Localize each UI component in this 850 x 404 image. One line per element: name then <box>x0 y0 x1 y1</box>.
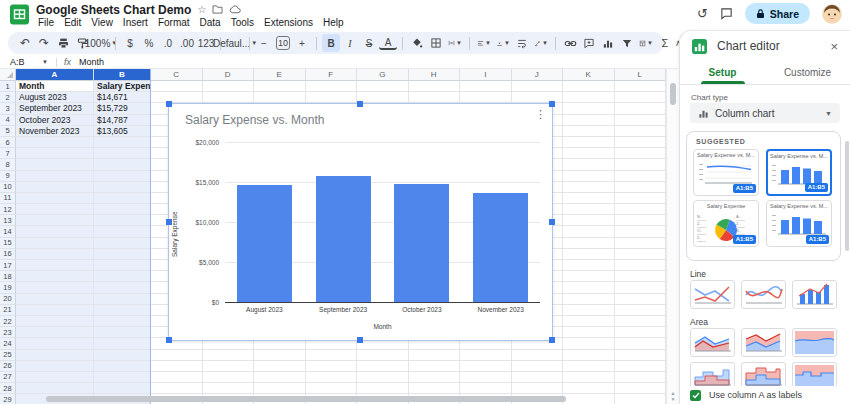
cell-K1[interactable] <box>563 81 615 92</box>
cell-A4[interactable]: October 2023 <box>16 115 94 126</box>
redo-button[interactable]: ↷ <box>35 34 53 52</box>
row-header-27[interactable]: 27 <box>0 372 16 383</box>
scrollbar-arrows[interactable]: ▲▼ <box>669 390 677 402</box>
menu-format[interactable]: Format <box>153 16 195 29</box>
cell-K25[interactable] <box>563 350 615 361</box>
cell-J2[interactable] <box>512 92 564 103</box>
horizontal-align-button[interactable]: ▼ <box>475 34 493 52</box>
cell-C25[interactable] <box>151 350 203 361</box>
version-history-icon[interactable]: ↺ <box>697 6 708 21</box>
row-header-5[interactable]: 5 <box>0 126 16 137</box>
cell-L22[interactable] <box>615 316 667 327</box>
cell-B5[interactable]: $13,605 <box>94 126 151 137</box>
cell-B9[interactable] <box>94 171 151 182</box>
cell-A26[interactable] <box>16 361 94 372</box>
bold-button[interactable]: B <box>322 34 340 52</box>
embedded-chart[interactable]: Salary Expense vs. Month ⋮ Month Salary … <box>168 103 553 341</box>
avatar[interactable] <box>822 4 842 24</box>
cell-H2[interactable] <box>409 92 461 103</box>
cell-K8[interactable] <box>563 159 615 170</box>
cell-K19[interactable] <box>563 282 615 293</box>
print-button[interactable] <box>54 34 72 52</box>
cell-K20[interactable] <box>563 294 615 305</box>
cell-B7[interactable] <box>94 148 151 159</box>
cell-L18[interactable] <box>615 271 667 282</box>
cell-D27[interactable] <box>203 372 255 383</box>
strikethrough-button[interactable]: S <box>360 34 378 52</box>
cell-G2[interactable] <box>357 92 409 103</box>
cell-A9[interactable] <box>16 171 94 182</box>
cell-K6[interactable] <box>563 137 615 148</box>
cell-B13[interactable] <box>94 215 151 226</box>
sheets-logo-icon[interactable] <box>9 4 30 25</box>
cell-L10[interactable] <box>615 182 667 193</box>
cell-B18[interactable] <box>94 271 151 282</box>
line-chart-option-1[interactable] <box>690 280 735 309</box>
cell-A28[interactable] <box>16 383 94 394</box>
borders-button[interactable] <box>427 34 445 52</box>
cell-A6[interactable] <box>16 137 94 148</box>
vertical-align-button[interactable]: ▼ <box>494 34 512 52</box>
cell-L26[interactable] <box>615 361 667 372</box>
cell-A18[interactable] <box>16 271 94 282</box>
increase-font-size-button[interactable]: + <box>293 34 311 52</box>
chart-bar-august-2023[interactable] <box>237 185 292 302</box>
row-header-10[interactable]: 10 <box>0 182 16 193</box>
use-column-a-checkbox[interactable] <box>690 390 701 401</box>
cell-C1[interactable] <box>151 81 203 92</box>
cell-E27[interactable] <box>254 372 306 383</box>
cell-B15[interactable] <box>94 238 151 249</box>
cell-G27[interactable] <box>357 372 409 383</box>
row-header-20[interactable]: 20 <box>0 294 16 305</box>
cell-B8[interactable] <box>94 159 151 170</box>
area-chart-option-1[interactable] <box>690 328 735 357</box>
cell-L9[interactable] <box>615 171 667 182</box>
cell-H26[interactable] <box>409 361 461 372</box>
menu-help[interactable]: Help <box>318 16 349 29</box>
insert-chart-button[interactable] <box>599 34 617 52</box>
cell-F25[interactable] <box>306 350 358 361</box>
cell-B17[interactable] <box>94 260 151 271</box>
cell-E1[interactable] <box>254 81 306 92</box>
cell-L4[interactable] <box>615 115 667 126</box>
resize-handle-bottom-right[interactable] <box>549 337 555 343</box>
cell-D2[interactable] <box>203 92 255 103</box>
tab-customize[interactable]: Customize <box>765 61 850 84</box>
cell-K24[interactable] <box>563 338 615 349</box>
italic-button[interactable]: I <box>341 34 359 52</box>
cell-G1[interactable] <box>357 81 409 92</box>
cell-F2[interactable] <box>306 92 358 103</box>
row-header-24[interactable]: 24 <box>0 338 16 349</box>
cell-K14[interactable] <box>563 226 615 237</box>
cell-L14[interactable] <box>615 226 667 237</box>
row-header-18[interactable]: 18 <box>0 271 16 282</box>
cell-B19[interactable] <box>94 282 151 293</box>
cell-K26[interactable] <box>563 361 615 372</box>
cell-B28[interactable] <box>94 383 151 394</box>
line-chart-option-3[interactable] <box>792 280 837 309</box>
cell-D28[interactable] <box>203 383 255 394</box>
close-panel-icon[interactable]: × <box>830 40 838 53</box>
text-rotation-button[interactable]: ▼ <box>532 34 550 52</box>
panel-scrollbar-thumb[interactable] <box>845 141 849 251</box>
cell-A14[interactable] <box>16 226 94 237</box>
cell-L16[interactable] <box>615 249 667 260</box>
cell-L19[interactable] <box>615 282 667 293</box>
tab-setup[interactable]: Setup <box>680 61 765 84</box>
table-views-button[interactable]: ▼ <box>637 34 655 52</box>
font-select[interactable]: Defaul...▼ <box>226 34 244 52</box>
cell-A7[interactable] <box>16 148 94 159</box>
panel-scroll-area[interactable]: SUGGESTED Salary Expense vs. M... A1:B5 … <box>680 129 850 387</box>
cell-B25[interactable] <box>94 350 151 361</box>
column-header-J[interactable]: J <box>512 69 564 81</box>
cell-B11[interactable] <box>94 193 151 204</box>
row-header-22[interactable]: 22 <box>0 316 16 327</box>
cell-D1[interactable] <box>203 81 255 92</box>
cell-K16[interactable] <box>563 249 615 260</box>
chart-options-icon[interactable]: ⋮ <box>535 109 546 120</box>
row-header-23[interactable]: 23 <box>0 327 16 338</box>
row-header-21[interactable]: 21 <box>0 305 16 316</box>
formula-input[interactable]: Month <box>79 57 104 67</box>
cell-J26[interactable] <box>512 361 564 372</box>
cell-A27[interactable] <box>16 372 94 383</box>
